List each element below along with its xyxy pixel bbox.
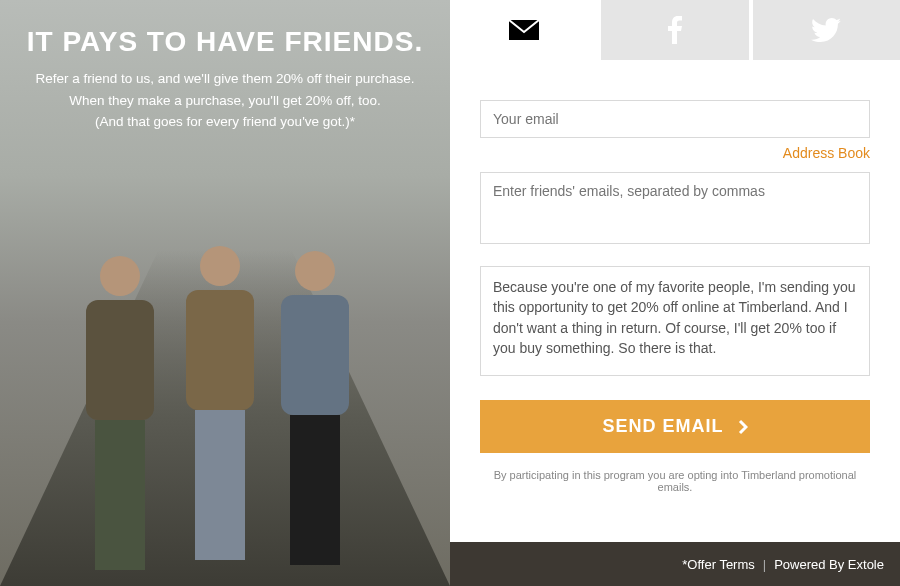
address-book-link[interactable]: Address Book xyxy=(783,145,870,161)
people-illustration xyxy=(75,226,375,586)
tab-facebook[interactable] xyxy=(601,0,748,60)
share-tabs xyxy=(450,0,900,60)
powered-by-link[interactable]: Powered By Extole xyxy=(774,557,884,572)
disclaimer-text: By participating in this program you are… xyxy=(480,469,870,493)
message-input[interactable] xyxy=(480,266,870,376)
facebook-icon xyxy=(668,16,682,44)
offer-terms-link[interactable]: *Offer Terms xyxy=(682,557,754,572)
tab-email[interactable] xyxy=(450,0,597,60)
address-book-row: Address Book xyxy=(480,144,870,162)
hero-subtitle: Refer a friend to us, and we'll give the… xyxy=(18,68,432,133)
email-input[interactable] xyxy=(480,100,870,138)
send-email-button[interactable]: SEND EMAIL xyxy=(480,400,870,453)
send-email-label: SEND EMAIL xyxy=(602,416,723,437)
hero-title: IT PAYS TO HAVE FRIENDS. xyxy=(18,26,432,58)
footer: *Offer Terms | Powered By Extole xyxy=(450,542,900,586)
referral-form: Address Book SEND EMAIL By participating… xyxy=(450,60,900,542)
form-panel: Address Book SEND EMAIL By participating… xyxy=(450,0,900,586)
footer-separator: | xyxy=(763,557,766,572)
hero-panel: IT PAYS TO HAVE FRIENDS. Refer a friend … xyxy=(0,0,450,586)
tab-twitter[interactable] xyxy=(753,0,900,60)
chevron-right-icon xyxy=(738,419,748,435)
friends-emails-input[interactable] xyxy=(480,172,870,244)
twitter-icon xyxy=(811,18,841,42)
email-icon xyxy=(509,20,539,40)
